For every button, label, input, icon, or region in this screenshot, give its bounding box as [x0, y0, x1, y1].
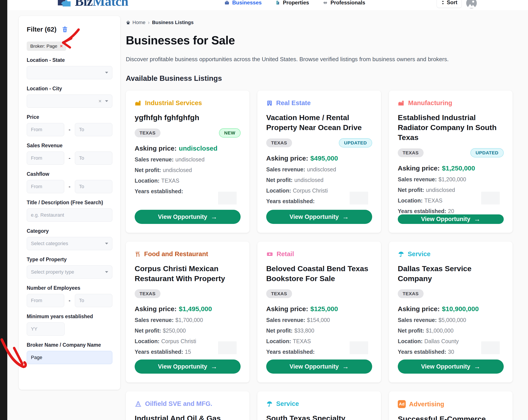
clear-filters-button[interactable] — [62, 26, 68, 33]
clear-city-icon[interactable]: × — [98, 99, 102, 104]
card-title: Successful E-Commerce Website & Magazine… — [398, 414, 504, 420]
factory-icon — [398, 99, 405, 107]
user-avatar[interactable] — [466, 0, 477, 8]
title-search-input[interactable] — [27, 209, 112, 222]
listing-card: Manufacturing Established Industrial Rad… — [389, 90, 513, 233]
chevron-down-icon — [105, 271, 108, 273]
view-opportunity-button[interactable]: View Opportunity→ — [266, 359, 372, 374]
net-profit-label: Net profit: — [398, 187, 424, 193]
sales-revenue-value: undisclosed — [307, 166, 336, 173]
breadcrumb-home-link[interactable]: Home — [126, 20, 145, 25]
nav-label: Professionals — [330, 0, 365, 6]
price-filter-label: Price — [27, 114, 112, 120]
min-years-input[interactable] — [27, 322, 65, 336]
sales-revenue-value: $1,700,000 — [176, 317, 203, 323]
section-title: Available Business Listings — [126, 74, 513, 83]
bizmatch-logo[interactable]: BizMatch — [56, 0, 128, 10]
image-placeholder — [350, 192, 368, 204]
ad-icon: Ad — [398, 400, 406, 408]
location-value: TEXAS — [161, 178, 180, 184]
card-category: Manufacturing — [408, 99, 452, 107]
sales-revenue-to-input[interactable] — [75, 151, 112, 165]
city-select[interactable]: × — [27, 95, 112, 108]
category-select[interactable]: Select categories — [27, 237, 112, 250]
sort-label: Sort — [447, 0, 457, 6]
chip-remove-icon[interactable]: × — [60, 44, 63, 49]
office-building-icon — [266, 99, 273, 107]
card-title: Corpus Christi Mexican Restaurant With P… — [135, 264, 240, 284]
umbrella-icon — [398, 251, 404, 258]
cashflow-to-input[interactable] — [75, 180, 112, 193]
state-select[interactable] — [27, 66, 112, 79]
view-opportunity-button[interactable]: View Opportunity→ — [398, 359, 504, 374]
chevron-down-icon — [105, 100, 108, 102]
listing-card: Food and Restaurant Corpus Christi Mexic… — [126, 242, 250, 383]
net-profit-value: undisclosed — [163, 167, 192, 173]
sales-revenue-from-input[interactable] — [27, 151, 64, 165]
asking-price-value: $495,000 — [310, 155, 338, 162]
asking-price-value: undisclosed — [179, 145, 217, 152]
broker-name-input[interactable] — [27, 351, 112, 364]
filter-title: Filter (62) — [27, 26, 57, 33]
view-opportunity-button[interactable]: View Opportunity→ — [135, 210, 240, 224]
listing-card: Service Dallas Texas Service Company TEX… — [389, 242, 513, 383]
view-opportunity-button[interactable]: View Opportunity→ — [135, 359, 240, 374]
listing-card: Service South Texas Specialty Building S… — [257, 391, 381, 420]
state-chip: TEXAS — [398, 148, 424, 157]
cashflow-from-input[interactable] — [27, 180, 64, 193]
listing-card: Real Estate Vacation Home / Rental Prope… — [257, 90, 381, 233]
updated-badge: UPDATED — [470, 148, 504, 158]
location-label: Location: — [135, 178, 160, 184]
property-type-select[interactable]: Select property type — [27, 265, 112, 279]
card-title: South Texas Specialty Building Subcontra… — [266, 413, 372, 420]
nav-item-properties[interactable]: Properties — [275, 0, 309, 6]
arrow-right-icon: → — [474, 215, 480, 223]
umbrella-icon — [266, 400, 273, 408]
net-profit-label: Net profit: — [266, 177, 292, 183]
state-chip: TEXAS — [266, 138, 292, 147]
net-profit-value: $250,000 — [163, 327, 186, 334]
sales-revenue-filter-label: Sales Revenue — [27, 143, 112, 148]
view-opportunity-button[interactable]: View Opportunity→ — [266, 210, 372, 224]
price-to-input[interactable] — [75, 123, 112, 136]
location-label: Location: — [266, 187, 291, 194]
card-category: Oilfield SVE and MFG. — [145, 400, 212, 408]
state-chip: TEXAS — [135, 289, 160, 298]
card-category: Advertising — [409, 401, 444, 408]
puzzle-logo-icon — [56, 0, 73, 8]
net-profit-label: Net profit: — [398, 327, 424, 334]
view-opportunity-button[interactable]: View Opportunity→ — [398, 214, 504, 224]
employees-to-input[interactable] — [75, 294, 112, 307]
image-placeholder — [218, 341, 237, 354]
card-category: Service — [276, 400, 299, 408]
asking-price-label: Asking price: — [398, 164, 440, 172]
arrow-right-icon: → — [211, 363, 217, 370]
asking-price-label: Asking price: — [135, 305, 177, 312]
employees-from-input[interactable] — [27, 294, 64, 307]
years-established-label: Years established: — [135, 188, 183, 194]
nav-item-businesses[interactable]: Businesses — [224, 0, 262, 6]
chevron-down-icon — [105, 72, 108, 74]
sales-revenue-label: Sales revenue: — [266, 317, 305, 323]
nav-item-professionals[interactable]: Professionals — [323, 0, 365, 6]
card-category: Real Estate — [276, 99, 311, 107]
arrow-right-icon: → — [342, 213, 349, 221]
range-dash: - — [67, 184, 72, 190]
category-filter-label: Category — [27, 228, 112, 234]
years-established-label: Years established: — [266, 198, 315, 204]
net-profit-label: Net profit: — [266, 327, 292, 334]
title-search-label: Title / Description (Free Search) — [27, 200, 112, 206]
listing-card: Ad Advertising Successful E-Commerce Web… — [389, 391, 513, 420]
cashflow-filter-label: Cashflow — [27, 171, 112, 177]
city-filter-label: Location - City — [27, 86, 112, 92]
card-title: Beloved Coastal Bend Texas Bookstore For… — [266, 264, 372, 284]
price-from-input[interactable] — [27, 123, 64, 136]
years-established-value: 20 — [448, 208, 454, 214]
filter-sidebar: Filter (62) Broker: Page × Location - St… — [19, 16, 120, 390]
sort-button[interactable]: Sort — [437, 0, 462, 8]
sales-revenue-label: Sales revenue: — [135, 156, 174, 162]
breadcrumb-separator: › — [148, 19, 150, 26]
property-type-filter-label: Type of Property — [27, 257, 112, 262]
arrow-right-icon: → — [342, 363, 349, 370]
handshake-icon — [323, 0, 328, 5]
